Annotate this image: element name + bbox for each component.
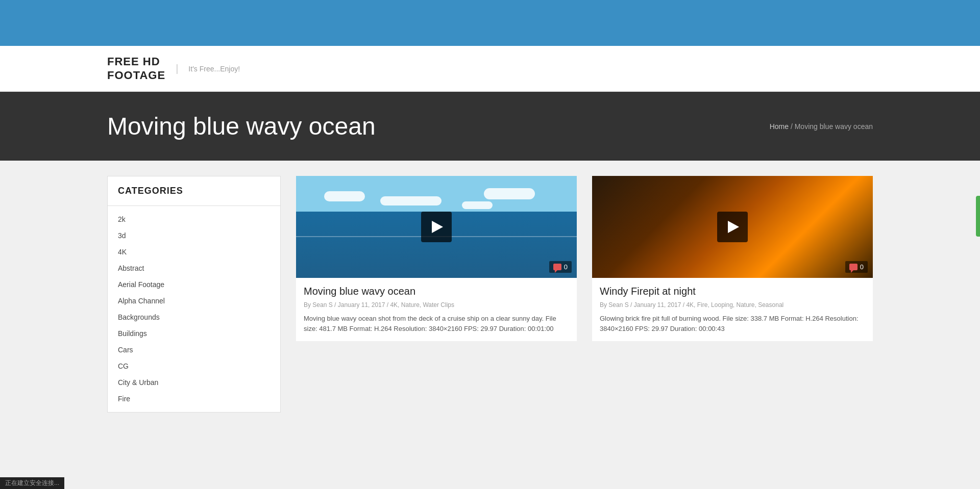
top-banner [0, 0, 980, 46]
play-button-firepit[interactable] [717, 212, 748, 242]
video-thumbnail-ocean[interactable]: 0 [296, 176, 577, 278]
list-item: Aerial Footage [108, 276, 280, 293]
list-item: 4K [108, 244, 280, 260]
cloud-decoration [324, 191, 365, 201]
page-title: Moving blue wavy ocean [107, 112, 376, 140]
category-link-cars[interactable]: Cars [108, 342, 280, 358]
comment-count-firepit: 0 [860, 263, 864, 271]
breadcrumb-separator: / [791, 122, 795, 131]
list-item: Backgrounds [108, 309, 280, 325]
list-item: Buildings [108, 325, 280, 342]
category-link-alpha[interactable]: Alpha Channel [108, 293, 280, 309]
video-card-ocean: 0 Moving blue wavy ocean By Sean S / Jan… [296, 176, 577, 341]
list-item: Fire [108, 391, 280, 407]
list-item: Abstract [108, 260, 280, 276]
breadcrumb: Home / Moving blue wavy ocean [770, 122, 873, 131]
scroll-indicator [976, 196, 980, 237]
breadcrumb-home[interactable]: Home [770, 122, 789, 131]
breadcrumb-current: Moving blue wavy ocean [795, 122, 873, 131]
list-item: City & Urban [108, 374, 280, 391]
main-content: CATEGORIES 2k 3d 4K Abstract Aerial Foot… [0, 161, 980, 467]
list-item: 2k [108, 211, 280, 227]
cloud-decoration [462, 201, 493, 209]
sidebar: CATEGORIES 2k 3d 4K Abstract Aerial Foot… [107, 176, 281, 451]
comment-icon [553, 264, 561, 270]
comment-icon [849, 264, 857, 270]
site-tagline: It's Free...Enjoy! [188, 65, 240, 73]
category-list: 2k 3d 4K Abstract Aerial Footage Alpha C… [108, 206, 280, 412]
video-thumbnail-firepit[interactable]: 0 [592, 176, 873, 278]
comment-count-ocean: 0 [564, 263, 568, 271]
video-title-ocean[interactable]: Moving blue wavy ocean [304, 286, 569, 297]
page-title-banner: Moving blue wavy ocean Home / Moving blu… [0, 92, 980, 161]
list-item: CG [108, 358, 280, 374]
cloud-decoration [484, 188, 535, 199]
category-link-backgrounds[interactable]: Backgrounds [108, 309, 280, 325]
comment-badge-ocean: 0 [549, 261, 572, 273]
list-item: Cars [108, 342, 280, 358]
video-card-firepit: 0 Windy Firepit at night By Sean S / Jan… [592, 176, 873, 341]
list-item: 3d [108, 227, 280, 244]
site-title: FREE HDFOOTAGE [107, 55, 165, 82]
category-link-4k[interactable]: 4K [108, 244, 280, 260]
site-header: FREE HDFOOTAGE | It's Free...Enjoy! [0, 46, 980, 92]
category-link-abstract[interactable]: Abstract [108, 260, 280, 276]
category-link-cg[interactable]: CG [108, 358, 280, 374]
category-link-aerial[interactable]: Aerial Footage [108, 276, 280, 293]
category-link-3d[interactable]: 3d [108, 227, 280, 244]
video-meta-firepit: By Sean S / January 11, 2017 / 4K, Fire,… [600, 301, 865, 308]
video-meta-ocean: By Sean S / January 11, 2017 / 4K, Natur… [304, 301, 569, 308]
categories-box: CATEGORIES 2k 3d 4K Abstract Aerial Foot… [107, 176, 281, 413]
video-description-firepit: Glowing brick fire pit full of burning w… [600, 314, 865, 333]
video-info-ocean: Moving blue wavy ocean By Sean S / Janua… [296, 278, 577, 341]
video-description-ocean: Moving blue wavy ocean shot from the dec… [304, 314, 569, 333]
cloud-decoration [380, 196, 442, 205]
play-button-ocean[interactable] [421, 212, 452, 242]
categories-title: CATEGORIES [108, 176, 280, 206]
category-link-buildings[interactable]: Buildings [108, 325, 280, 342]
category-link-2k[interactable]: 2k [108, 211, 280, 227]
category-link-fire[interactable]: Fire [108, 391, 280, 407]
video-info-firepit: Windy Firepit at night By Sean S / Janua… [592, 278, 873, 341]
comment-badge-firepit: 0 [845, 261, 868, 273]
video-title-firepit[interactable]: Windy Firepit at night [600, 286, 865, 297]
header-divider: | [176, 63, 178, 74]
list-item: Alpha Channel [108, 293, 280, 309]
category-link-city[interactable]: City & Urban [108, 374, 280, 391]
content-area: 0 Moving blue wavy ocean By Sean S / Jan… [296, 176, 873, 451]
